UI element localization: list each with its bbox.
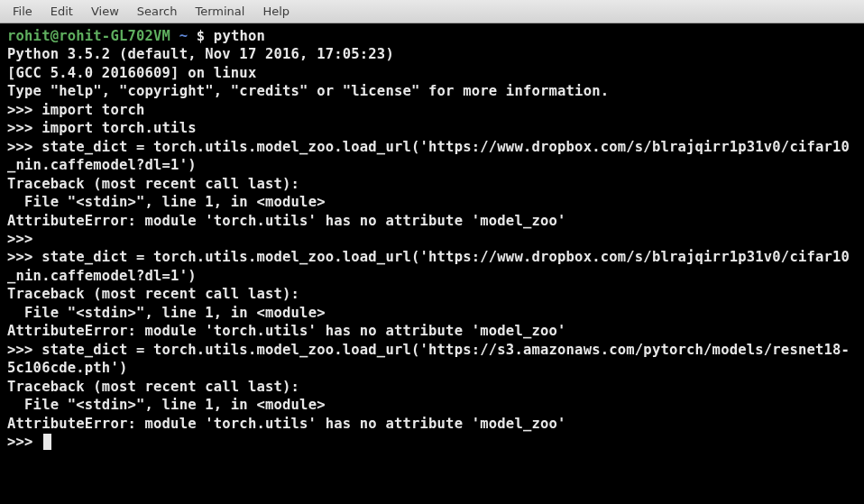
menu-file[interactable]: File: [4, 2, 41, 21]
prompt-line: rohit@rohit-GL702VM ~ $ python: [7, 27, 857, 45]
terminal-output: >>> state_dict = torch.utils.model_zoo.l…: [7, 138, 857, 175]
terminal-area[interactable]: rohit@rohit-GL702VM ~ $ python Python 3.…: [0, 23, 864, 504]
prompt-dollar: $: [197, 28, 206, 44]
terminal-output: Traceback (most recent call last):: [7, 175, 857, 193]
prompt-path: ~: [179, 28, 188, 44]
terminal-output: Python 3.5.2 (default, Nov 17 2016, 17:0…: [7, 45, 857, 63]
menu-help[interactable]: Help: [253, 2, 299, 21]
terminal-output: >>>: [7, 230, 857, 248]
terminal-output: >>> state_dict = torch.utils.model_zoo.l…: [7, 341, 857, 378]
terminal-output: AttributeError: module 'torch.utils' has…: [7, 415, 857, 433]
terminal-output: >>> state_dict = torch.utils.model_zoo.l…: [7, 248, 857, 285]
terminal-output: Traceback (most recent call last):: [7, 378, 857, 396]
terminal-output: >>> import torch.utils: [7, 119, 857, 137]
terminal-output: File "<stdin>", line 1, in <module>: [7, 396, 857, 414]
menu-terminal[interactable]: Terminal: [186, 2, 253, 21]
terminal-output: >>> import torch: [7, 101, 857, 119]
terminal-output: File "<stdin>", line 1, in <module>: [7, 304, 857, 322]
terminal-output: Type "help", "copyright", "credits" or "…: [7, 82, 857, 100]
menu-search[interactable]: Search: [128, 2, 187, 21]
terminal-output: AttributeError: module 'torch.utils' has…: [7, 322, 857, 340]
menu-view[interactable]: View: [82, 2, 128, 21]
terminal-output: AttributeError: module 'torch.utils' has…: [7, 212, 857, 230]
terminal-output: [GCC 5.4.0 20160609] on linux: [7, 64, 857, 82]
prompt-command: python: [214, 28, 265, 44]
repl-prompt: >>>: [7, 434, 41, 450]
menubar: File Edit View Search Terminal Help: [0, 0, 864, 23]
terminal-output: Traceback (most recent call last):: [7, 285, 857, 303]
menu-edit[interactable]: Edit: [41, 2, 82, 21]
prompt-user-host: rohit@rohit-GL702VM: [7, 28, 170, 44]
terminal-current-line: >>>: [7, 433, 857, 451]
cursor: [43, 434, 51, 450]
terminal-output: File "<stdin>", line 1, in <module>: [7, 193, 857, 211]
